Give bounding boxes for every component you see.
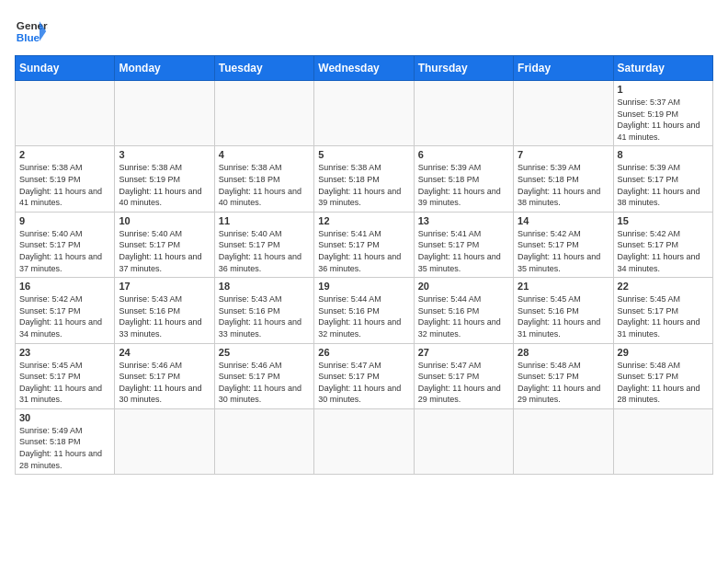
day-number: 8 [618,149,709,160]
day-number: 11 [219,215,310,226]
day-number: 2 [19,149,110,160]
day-number: 7 [518,149,609,160]
day-number: 14 [518,215,609,226]
day-number: 1 [618,84,709,95]
day-number: 30 [19,412,110,423]
calendar-cell: 30Sunrise: 5:49 AM Sunset: 5:18 PM Dayli… [16,408,115,474]
calendar-cell [115,408,214,474]
calendar-cell: 12Sunrise: 5:41 AM Sunset: 5:17 PM Dayli… [314,212,414,277]
calendar-cell: 11Sunrise: 5:40 AM Sunset: 5:17 PM Dayli… [214,212,313,277]
day-info: Sunrise: 5:44 AM Sunset: 5:16 PM Dayligh… [318,293,409,339]
calendar-week-2: 9Sunrise: 5:40 AM Sunset: 5:17 PM Daylig… [16,212,713,277]
day-number: 26 [318,347,409,358]
calendar-week-4: 23Sunrise: 5:45 AM Sunset: 5:17 PM Dayli… [16,343,713,408]
day-info: Sunrise: 5:43 AM Sunset: 5:16 PM Dayligh… [219,293,310,339]
calendar-cell: 1Sunrise: 5:37 AM Sunset: 5:19 PM Daylig… [613,81,712,146]
day-number: 3 [119,149,210,160]
day-number: 6 [418,149,509,160]
day-number: 28 [518,347,609,358]
day-number: 17 [119,281,210,292]
logo: General Blue [15,15,48,48]
day-info: Sunrise: 5:42 AM Sunset: 5:17 PM Dayligh… [19,293,110,339]
calendar-cell: 15Sunrise: 5:42 AM Sunset: 5:17 PM Dayli… [613,212,712,277]
day-number: 21 [518,281,609,292]
calendar-cell: 2Sunrise: 5:38 AM Sunset: 5:19 PM Daylig… [16,146,115,212]
day-number: 4 [219,149,310,160]
day-number: 24 [119,347,210,358]
day-number: 13 [418,215,509,226]
day-info: Sunrise: 5:44 AM Sunset: 5:16 PM Dayligh… [418,293,509,339]
calendar-cell: 19Sunrise: 5:44 AM Sunset: 5:16 PM Dayli… [314,278,414,343]
day-number: 12 [318,215,409,226]
calendar-cell: 26Sunrise: 5:47 AM Sunset: 5:17 PM Dayli… [314,343,414,408]
calendar-cell: 5Sunrise: 5:38 AM Sunset: 5:18 PM Daylig… [314,146,414,212]
weekday-header-wednesday: Wednesday [314,56,414,81]
page-header: General Blue [15,15,713,48]
calendar-cell: 10Sunrise: 5:40 AM Sunset: 5:17 PM Dayli… [115,212,214,277]
day-info: Sunrise: 5:42 AM Sunset: 5:17 PM Dayligh… [518,228,609,274]
calendar-cell: 4Sunrise: 5:38 AM Sunset: 5:18 PM Daylig… [214,146,313,212]
calendar-cell: 27Sunrise: 5:47 AM Sunset: 5:17 PM Dayli… [414,343,513,408]
calendar-cell: 17Sunrise: 5:43 AM Sunset: 5:16 PM Dayli… [115,278,214,343]
day-info: Sunrise: 5:40 AM Sunset: 5:17 PM Dayligh… [219,228,310,274]
day-info: Sunrise: 5:38 AM Sunset: 5:19 PM Dayligh… [119,162,210,208]
calendar-cell: 9Sunrise: 5:40 AM Sunset: 5:17 PM Daylig… [16,212,115,277]
calendar-cell [613,408,712,474]
calendar-cell: 21Sunrise: 5:45 AM Sunset: 5:16 PM Dayli… [514,278,613,343]
day-number: 19 [318,281,409,292]
day-info: Sunrise: 5:41 AM Sunset: 5:17 PM Dayligh… [318,228,409,274]
calendar-cell: 22Sunrise: 5:45 AM Sunset: 5:17 PM Dayli… [613,278,712,343]
calendar-cell: 18Sunrise: 5:43 AM Sunset: 5:16 PM Dayli… [214,278,313,343]
day-info: Sunrise: 5:38 AM Sunset: 5:18 PM Dayligh… [219,162,310,208]
day-info: Sunrise: 5:41 AM Sunset: 5:17 PM Dayligh… [418,228,509,274]
calendar-cell: 14Sunrise: 5:42 AM Sunset: 5:17 PM Dayli… [514,212,613,277]
weekday-header-row: SundayMondayTuesdayWednesdayThursdayFrid… [16,56,713,81]
calendar-cell: 3Sunrise: 5:38 AM Sunset: 5:19 PM Daylig… [115,146,214,212]
day-info: Sunrise: 5:40 AM Sunset: 5:17 PM Dayligh… [19,228,110,274]
day-info: Sunrise: 5:48 AM Sunset: 5:17 PM Dayligh… [618,360,709,406]
day-info: Sunrise: 5:37 AM Sunset: 5:19 PM Dayligh… [618,97,709,143]
day-number: 15 [618,215,709,226]
day-number: 29 [618,347,709,358]
svg-text:Blue: Blue [17,31,40,43]
calendar-cell: 8Sunrise: 5:39 AM Sunset: 5:17 PM Daylig… [613,146,712,212]
day-number: 27 [418,347,509,358]
calendar-cell: 13Sunrise: 5:41 AM Sunset: 5:17 PM Dayli… [414,212,513,277]
calendar-cell: 7Sunrise: 5:39 AM Sunset: 5:18 PM Daylig… [514,146,613,212]
day-info: Sunrise: 5:39 AM Sunset: 5:18 PM Dayligh… [418,162,509,208]
day-info: Sunrise: 5:46 AM Sunset: 5:17 PM Dayligh… [119,360,210,406]
calendar-week-1: 2Sunrise: 5:38 AM Sunset: 5:19 PM Daylig… [16,146,713,212]
day-info: Sunrise: 5:45 AM Sunset: 5:17 PM Dayligh… [618,293,709,339]
calendar-cell [16,81,115,146]
calendar-cell: 6Sunrise: 5:39 AM Sunset: 5:18 PM Daylig… [414,146,513,212]
weekday-header-monday: Monday [115,56,214,81]
day-info: Sunrise: 5:48 AM Sunset: 5:17 PM Dayligh… [518,360,609,406]
day-info: Sunrise: 5:49 AM Sunset: 5:18 PM Dayligh… [19,425,110,471]
day-number: 22 [618,281,709,292]
day-number: 5 [318,149,409,160]
day-info: Sunrise: 5:45 AM Sunset: 5:17 PM Dayligh… [19,360,110,406]
calendar-cell: 23Sunrise: 5:45 AM Sunset: 5:17 PM Dayli… [16,343,115,408]
calendar-table: SundayMondayTuesdayWednesdayThursdayFrid… [15,55,713,475]
calendar-cell: 24Sunrise: 5:46 AM Sunset: 5:17 PM Dayli… [115,343,214,408]
calendar-cell [414,408,513,474]
calendar-cell [214,81,313,146]
weekday-header-saturday: Saturday [613,56,712,81]
day-number: 25 [219,347,310,358]
weekday-header-thursday: Thursday [414,56,513,81]
calendar-week-0: 1Sunrise: 5:37 AM Sunset: 5:19 PM Daylig… [16,81,713,146]
calendar-cell: 28Sunrise: 5:48 AM Sunset: 5:17 PM Dayli… [514,343,613,408]
day-number: 9 [19,215,110,226]
day-number: 16 [19,281,110,292]
day-info: Sunrise: 5:38 AM Sunset: 5:19 PM Dayligh… [19,162,110,208]
weekday-header-sunday: Sunday [16,56,115,81]
calendar-week-5: 30Sunrise: 5:49 AM Sunset: 5:18 PM Dayli… [16,408,713,474]
calendar-cell: 29Sunrise: 5:48 AM Sunset: 5:17 PM Dayli… [613,343,712,408]
calendar-cell [314,81,414,146]
calendar-cell [514,81,613,146]
day-info: Sunrise: 5:47 AM Sunset: 5:17 PM Dayligh… [418,360,509,406]
calendar-cell [115,81,214,146]
calendar-cell [514,408,613,474]
calendar-cell [314,408,414,474]
day-info: Sunrise: 5:38 AM Sunset: 5:18 PM Dayligh… [318,162,409,208]
